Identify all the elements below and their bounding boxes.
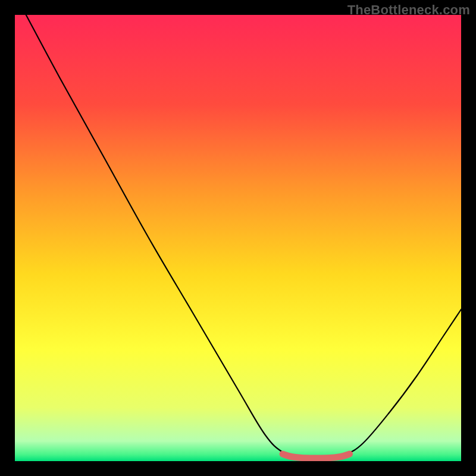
chart-svg: [15, 15, 461, 461]
watermark-text: TheBottleneck.com: [347, 2, 470, 18]
plot-area: [15, 15, 461, 461]
chart-background: [15, 15, 461, 461]
chart-frame: TheBottleneck.com: [0, 0, 476, 476]
